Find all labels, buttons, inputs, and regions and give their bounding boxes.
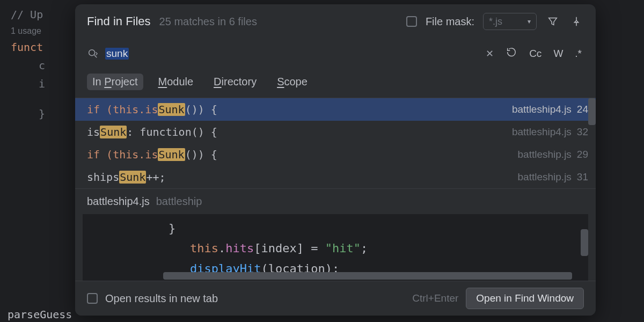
- bg-bottom-symbol: parseGuess: [8, 308, 72, 321]
- tab-module[interactable]: Module: [153, 74, 199, 90]
- open-new-tab-checkbox[interactable]: [87, 293, 98, 304]
- match-count: 25 matches in 6 files: [159, 16, 257, 28]
- filemask-checkbox[interactable]: [406, 16, 417, 27]
- preview-editor[interactable]: } this.hits[index] = "hit"; displayHit(l…: [83, 214, 588, 281]
- bg-func-kw: funct: [11, 41, 43, 54]
- filter-icon[interactable]: [545, 14, 560, 29]
- tab-scope[interactable]: Scope: [272, 74, 313, 90]
- shortcut-hint: Ctrl+Enter: [412, 292, 458, 304]
- history-icon[interactable]: [503, 45, 519, 62]
- result-row[interactable]: if (this.isSunk()) { battleship.js29: [75, 143, 596, 166]
- filemask-select[interactable]: *.js ▾: [483, 13, 537, 30]
- preview-header: battleship4.js battleship: [75, 188, 596, 211]
- pin-icon[interactable]: [569, 14, 584, 29]
- open-new-tab-label: Open results in new tab: [105, 292, 218, 305]
- tab-in-project[interactable]: In Project: [87, 74, 143, 90]
- dialog-title: Find in Files: [87, 14, 151, 28]
- results-scrollbar[interactable]: [588, 98, 596, 125]
- search-input[interactable]: sunk: [105, 48, 129, 60]
- preview-v-scrollbar[interactable]: [581, 229, 588, 256]
- clear-search-icon[interactable]: ✕: [484, 47, 496, 61]
- match-case-toggle[interactable]: Cc: [527, 47, 544, 61]
- result-row[interactable]: if (this.isSunk()) { battleship4.js24: [75, 98, 596, 121]
- open-in-find-window-button[interactable]: Open in Find Window: [466, 288, 584, 309]
- tab-directory[interactable]: Directory: [208, 74, 262, 90]
- find-in-files-dialog: Find in Files 25 matches in 6 files File…: [75, 4, 596, 316]
- preview-filename: battleship4.js: [87, 195, 150, 208]
- results-list: if (this.isSunk()) { battleship4.js24 is…: [75, 98, 596, 188]
- scope-tabs: In Project Module Directory Scope: [75, 71, 596, 98]
- whole-words-toggle[interactable]: W: [551, 47, 565, 61]
- preview-h-scrollbar[interactable]: [163, 272, 572, 280]
- search-icon[interactable]: [87, 48, 99, 60]
- dialog-footer: Open results in new tab Ctrl+Enter Open …: [75, 281, 596, 316]
- preview-path: battleship: [156, 195, 202, 208]
- search-row: sunk ✕ Cc W .*: [75, 41, 596, 71]
- svg-point-0: [89, 49, 95, 55]
- chevron-down-icon: ▾: [528, 18, 531, 25]
- result-row[interactable]: isSunk: function() { battleship4.js32: [75, 121, 596, 143]
- dialog-header: Find in Files 25 matches in 6 files File…: [75, 4, 596, 41]
- filemask-label: File mask:: [426, 16, 474, 28]
- filemask-value: *.js: [489, 16, 502, 27]
- regex-toggle[interactable]: .*: [573, 47, 584, 61]
- result-row[interactable]: shipsSunk++; battleship.js31: [75, 166, 596, 188]
